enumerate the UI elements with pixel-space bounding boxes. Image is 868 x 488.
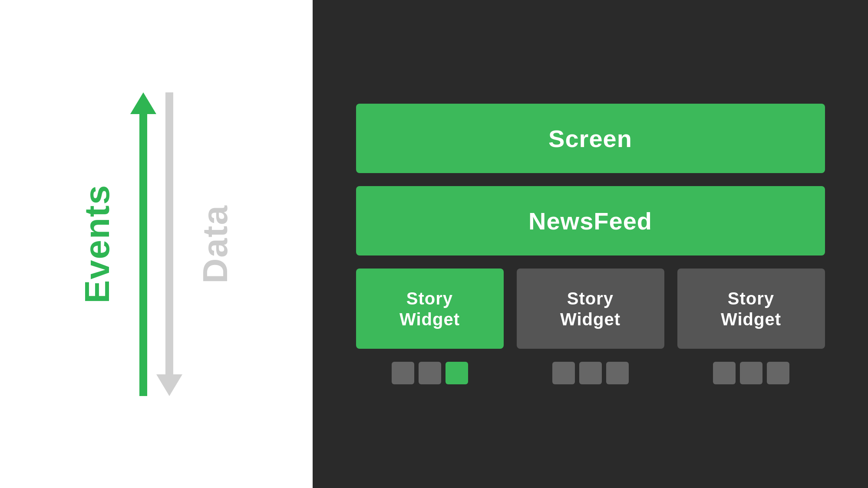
- indicator-2-2: [579, 362, 602, 384]
- indicator-3-1: [713, 362, 736, 384]
- indicator-2-3: [606, 362, 629, 384]
- events-group: Events: [77, 92, 156, 396]
- indicator-1-1: [392, 362, 414, 384]
- arrow-down-head: [156, 374, 182, 396]
- data-label: Data: [195, 205, 235, 283]
- screen-box: Screen: [356, 104, 825, 173]
- indicator-group-1: [356, 362, 504, 384]
- story-widget-1-label: StoryWidget: [399, 288, 460, 330]
- indicator-1-3: [446, 362, 468, 384]
- data-arrow-down: [156, 92, 182, 396]
- newsfeed-box: NewsFeed: [356, 186, 825, 255]
- data-group: Data: [156, 92, 235, 396]
- story-widgets-row: StoryWidget StoryWidget StoryWidget: [356, 269, 825, 349]
- indicator-3-3: [767, 362, 789, 384]
- events-label: Events: [77, 184, 117, 303]
- arrow-down-shaft: [165, 92, 173, 374]
- arrow-up-shaft: [139, 114, 147, 396]
- indicator-group-2: [517, 362, 664, 384]
- arrow-up-head: [130, 92, 156, 114]
- story-widget-1: StoryWidget: [356, 269, 504, 349]
- screen-label: Screen: [548, 124, 632, 153]
- events-arrow-up: [130, 92, 156, 396]
- story-widget-2-label: StoryWidget: [560, 288, 620, 330]
- indicators-row: [356, 362, 825, 384]
- right-panel: Screen NewsFeed StoryWidget StoryWidget …: [313, 0, 868, 488]
- indicator-2-1: [552, 362, 575, 384]
- indicator-1-2: [419, 362, 441, 384]
- story-widget-3: StoryWidget: [677, 269, 825, 349]
- left-panel: Events Data: [0, 0, 313, 488]
- newsfeed-label: NewsFeed: [528, 207, 652, 235]
- indicator-group-3: [677, 362, 825, 384]
- indicator-3-2: [740, 362, 762, 384]
- story-widget-3-label: StoryWidget: [721, 288, 781, 330]
- story-widget-2: StoryWidget: [517, 269, 664, 349]
